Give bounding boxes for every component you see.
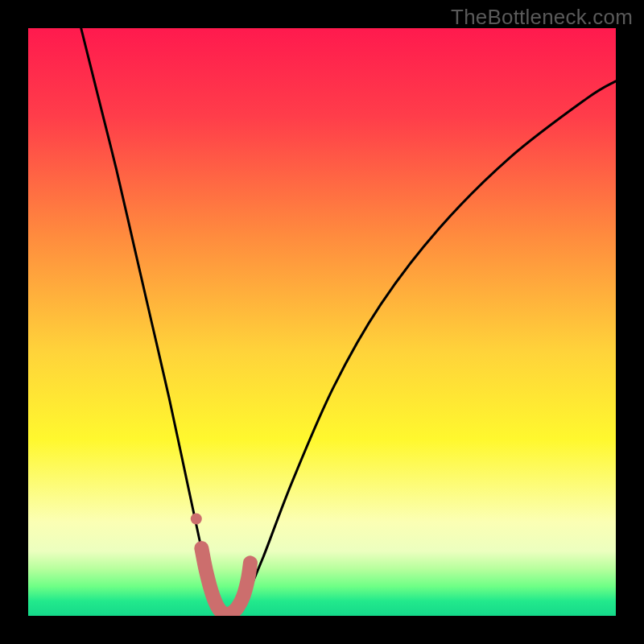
- highlight-dot-icon: [191, 514, 202, 525]
- chart-frame: TheBottleneck.com: [0, 0, 644, 644]
- plot-area: [28, 28, 616, 616]
- watermark-text: TheBottleneck.com: [451, 5, 633, 30]
- bottleneck-curve: [81, 28, 616, 614]
- highlight-trough: [201, 548, 250, 614]
- curve-layer: [28, 28, 616, 616]
